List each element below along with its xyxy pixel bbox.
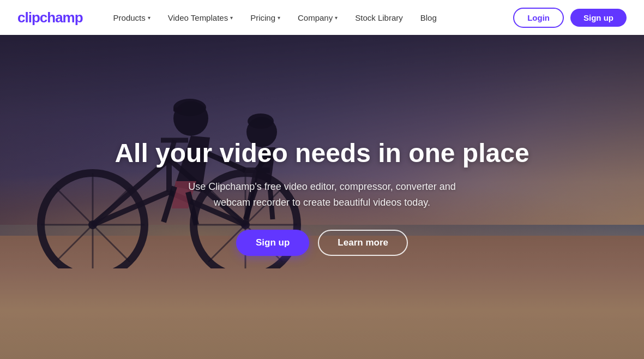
nav-links: Products ▾ Video Templates ▾ Pricing ▾ C… [105,9,514,27]
navbar: clipchamp Products ▾ Video Templates ▾ P… [0,0,644,35]
nav-item-pricing[interactable]: Pricing ▾ [242,9,289,27]
hero-learn-more-button[interactable]: Learn more [318,230,408,256]
nav-video-templates-label: Video Templates [168,13,228,22]
nav-pricing-label: Pricing [250,13,275,22]
chevron-down-icon: ▾ [230,15,233,21]
nav-item-stock-library[interactable]: Stock Library [346,9,412,27]
chevron-down-icon: ▾ [148,15,151,21]
nav-stock-library-label: Stock Library [355,13,403,22]
nav-item-video-templates[interactable]: Video Templates ▾ [159,9,242,27]
nav-products-label: Products [113,13,146,22]
hero-section: All your video needs in one place Use Cl… [0,35,644,359]
nav-item-company[interactable]: Company ▾ [289,9,346,27]
hero-signup-button[interactable]: Sign up [236,230,309,256]
nav-blog-label: Blog [420,13,437,22]
hero-content: All your video needs in one place Use Cl… [0,35,644,359]
nav-item-products[interactable]: Products ▾ [105,9,159,27]
login-button[interactable]: Login [513,8,564,28]
hero-subtitle: Use Clipchamp's free video editor, compr… [175,179,470,211]
chevron-down-icon: ▾ [278,15,280,21]
hero-title: All your video needs in one place [115,138,529,168]
logo[interactable]: clipchamp [17,9,83,26]
nav-actions: Login Sign up [513,8,627,28]
signup-nav-button[interactable]: Sign up [570,9,627,27]
nav-company-label: Company [298,13,333,22]
nav-item-blog[interactable]: Blog [412,9,446,27]
hero-buttons: Sign up Learn more [236,230,408,256]
chevron-down-icon: ▾ [335,15,338,21]
